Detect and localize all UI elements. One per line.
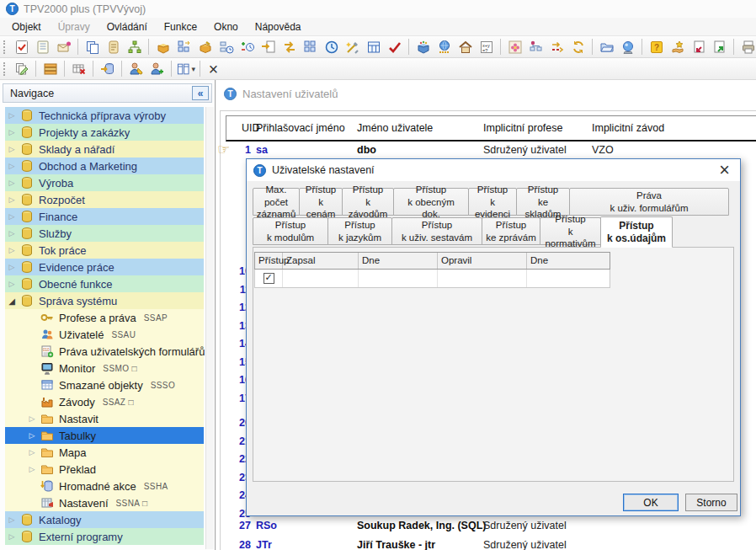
- org-tree-icon[interactable]: [124, 37, 145, 56]
- sidebar-item-vyroba[interactable]: Výroba: [5, 174, 204, 191]
- copy-edit-icon[interactable]: [11, 59, 32, 78]
- sidebar-item-technicka-priprava-vyroby[interactable]: Technická příprava výroby: [5, 107, 204, 124]
- blue-box-icon[interactable]: [413, 37, 434, 56]
- tab-pristup-k-modulum[interactable]: Přístupk modulům: [253, 217, 328, 245]
- column-header-pristup[interactable]: Přístup: [255, 253, 283, 269]
- dialog-table-row[interactable]: [254, 270, 610, 288]
- sidebar-item-monitor[interactable]: MonitorSSMO □: [5, 360, 204, 376]
- sidebar-item-hromadne-akce[interactable]: Hromadné akceSSHA: [5, 478, 204, 494]
- columns-view-icon[interactable]: [175, 59, 196, 78]
- hierarchy-clock-icon[interactable]: [216, 37, 237, 56]
- open-box-icon[interactable]: [152, 37, 173, 56]
- storno-button[interactable]: Storno: [685, 494, 737, 511]
- sidebar-item-prava-uzivatelskych-formularu[interactable]: 010Práva uživatelských formulářů: [5, 343, 204, 360]
- modules-icon[interactable]: [300, 37, 321, 56]
- scroll-icon[interactable]: [103, 37, 124, 56]
- menu-upravy[interactable]: Úpravy: [50, 19, 98, 35]
- column-header-name[interactable]: Jméno uživatele: [357, 122, 433, 134]
- globe-data-icon[interactable]: [434, 37, 455, 56]
- sidebar-item-rozpocet[interactable]: Rozpočet: [5, 191, 204, 208]
- sidebar-item-sklady-a-naradi[interactable]: Sklady a nářadí: [5, 141, 204, 158]
- column-header-dne-2[interactable]: Dne: [527, 253, 608, 269]
- open-folder-icon[interactable]: [596, 37, 617, 56]
- sidebar-item-profese-a-prava[interactable]: Profese a právaSSAP: [5, 309, 204, 326]
- copy-document-icon[interactable]: [82, 37, 103, 56]
- sidebar-item-tok-prace[interactable]: Tok práce: [5, 242, 204, 259]
- tools-icon[interactable]: [342, 37, 363, 56]
- expand-arrow-icon[interactable]: [5, 532, 19, 541]
- collapse-arrow-icon[interactable]: [5, 296, 19, 306]
- column-header-plant[interactable]: Implicitní závod: [592, 122, 664, 134]
- menu-ovladani[interactable]: Ovládání: [98, 19, 156, 35]
- tab-pristup-k-evidenci[interactable]: Přístupk evidenci: [468, 188, 517, 216]
- flower-module-icon[interactable]: [504, 37, 525, 56]
- sidebar-item-preklad[interactable]: Překlad: [5, 461, 204, 478]
- expand-arrow-icon[interactable]: [5, 195, 19, 204]
- import-doc-icon[interactable]: [688, 37, 709, 56]
- sidebar-item-katalogy[interactable]: Katalogy: [5, 511, 204, 528]
- user-edit-icon[interactable]: [125, 59, 146, 78]
- column-header-zapsal[interactable]: Zapsal: [283, 253, 359, 269]
- export-doc-icon[interactable]: [709, 37, 730, 56]
- expand-arrow-icon[interactable]: [25, 465, 39, 473]
- expand-arrow-icon[interactable]: [25, 431, 39, 440]
- expand-arrow-icon[interactable]: [5, 212, 19, 221]
- mdi-window-titlebar[interactable]: Nastavení uživatelů: [224, 88, 338, 100]
- menu-objekt[interactable]: Objekt: [3, 19, 50, 35]
- expand-arrow-icon[interactable]: [5, 229, 19, 238]
- sidebar-item-uzivatele[interactable]: UživateléSSAU: [5, 326, 204, 343]
- refresh-icon[interactable]: [567, 37, 588, 56]
- sidebar-scrollbar[interactable]: [205, 107, 214, 549]
- column-delete-icon[interactable]: [68, 59, 89, 78]
- hierarchy-marker-icon[interactable]: [525, 37, 546, 56]
- tab-prava-k-uziv-formularum[interactable]: Právak uživ. formulářům: [569, 188, 729, 216]
- calc-table-icon[interactable]: [363, 37, 384, 56]
- home-icon[interactable]: [455, 37, 476, 56]
- expand-arrow-icon[interactable]: [25, 448, 39, 457]
- sidebar-item-nastaveni[interactable]: NastaveníSSNA □: [5, 494, 204, 511]
- dialog-titlebar[interactable]: Uživatelské nastavení: [247, 159, 740, 181]
- expand-arrow-icon[interactable]: [5, 280, 19, 288]
- modules-transfer-icon[interactable]: [173, 37, 194, 56]
- sidebar-item-sluzby[interactable]: Služby: [5, 225, 204, 242]
- clock-icon[interactable]: [321, 37, 342, 56]
- sidebar-item-smazane-objekty[interactable]: Smazané objektySSSO: [5, 376, 204, 393]
- expand-arrow-icon[interactable]: [5, 145, 19, 153]
- adjust-clock-icon[interactable]: [237, 37, 258, 56]
- sidebar-item-mapa[interactable]: Mapa: [5, 444, 204, 461]
- table-row[interactable]: 27 RSo Soukup Radek, Ing. (SQL) Sdružený…: [226, 518, 756, 536]
- sidebar-item-finance[interactable]: Finance: [5, 208, 204, 225]
- expand-arrow-icon[interactable]: [25, 414, 39, 423]
- new-mail-icon[interactable]: [53, 37, 74, 56]
- tab-pristup-k-uziv-sestavam[interactable]: Přístupk uživ. sestavám: [391, 217, 482, 245]
- dialog-close-button[interactable]: [716, 162, 733, 179]
- tab-pristup-ke-skladum[interactable]: Přístupke skladům: [516, 188, 570, 216]
- table-rows-icon[interactable]: [40, 59, 61, 78]
- transfer-dashes-icon[interactable]: [546, 37, 567, 56]
- expand-arrow-icon[interactable]: [5, 162, 19, 170]
- expand-arrow-icon[interactable]: [5, 179, 19, 187]
- sidebar-item-obchod-a-marketing[interactable]: Obchod a Marketing: [5, 158, 204, 174]
- table-row[interactable]: 28 JTr Jiří Trauške - jtr Sdružený uživa…: [226, 537, 756, 550]
- sidebar-item-externi-programy[interactable]: Externí programy: [5, 528, 204, 545]
- sidebar-item-sprava-systemu[interactable]: Správa systému: [5, 292, 204, 309]
- toolbar-grip[interactable]: [3, 62, 7, 76]
- column-header-opravil[interactable]: Opravil: [438, 253, 527, 269]
- db-import-icon[interactable]: [97, 59, 118, 78]
- expand-arrow-icon[interactable]: [5, 263, 19, 271]
- document-in-icon[interactable]: [258, 37, 279, 56]
- crystal-ball-icon[interactable]: [617, 37, 638, 56]
- menu-okno[interactable]: Okno: [205, 19, 247, 35]
- column-header-profession[interactable]: Implicitní profese: [483, 122, 562, 134]
- expand-arrow-icon[interactable]: [5, 246, 19, 254]
- tab-pristup-k-jazykum[interactable]: Přístupk jazykům: [327, 217, 392, 245]
- sidebar-item-obecne-funkce[interactable]: Obecné funkce: [5, 275, 204, 292]
- help-cube-icon[interactable]: ?: [646, 37, 667, 56]
- menu-funkce[interactable]: Funkce: [156, 19, 205, 35]
- expand-arrow-icon[interactable]: [5, 111, 19, 120]
- sidebar-item-tabulky[interactable]: Tabulky: [5, 427, 204, 444]
- box-edit-icon[interactable]: [194, 37, 216, 56]
- tab-pristup-k-zavodum[interactable]: Přístupk závodům: [342, 188, 394, 216]
- tab-max-pocet-zaznamu[interactable]: Max. početzáznamů: [253, 188, 300, 216]
- notes-icon[interactable]: [32, 37, 53, 56]
